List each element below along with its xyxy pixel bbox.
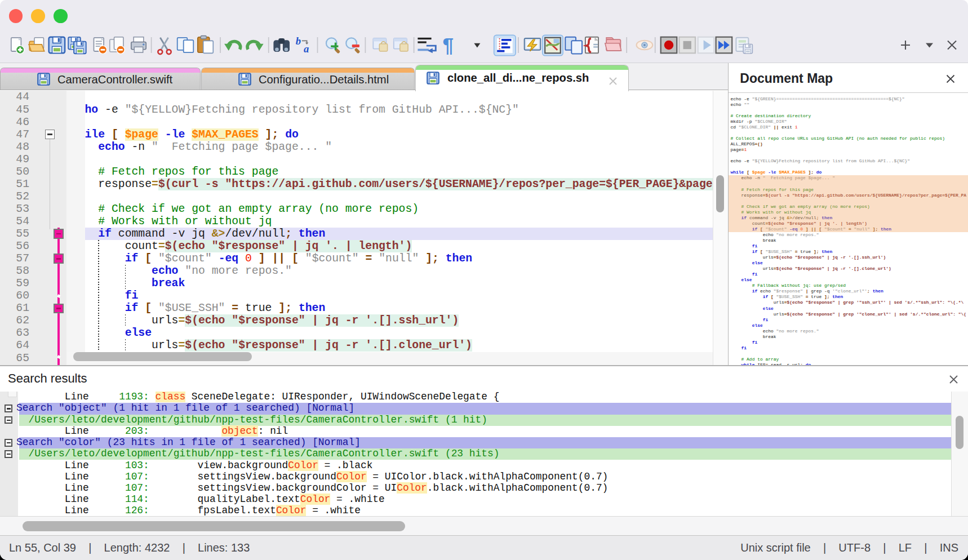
svg-text:¶: ¶ [443,34,454,56]
svg-text:b: b [296,35,301,47]
svg-text:a: a [304,43,309,55]
